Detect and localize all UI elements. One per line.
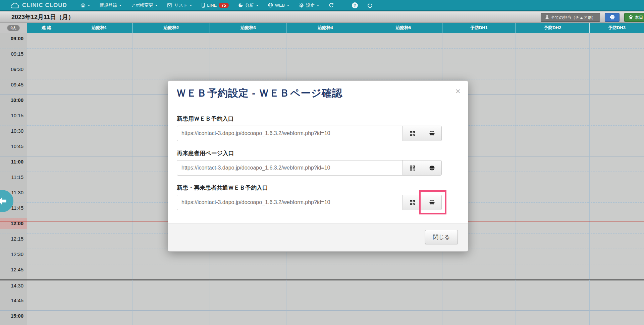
- schedule-slot[interactable]: [364, 64, 442, 79]
- open-web-page-button[interactable]: [422, 195, 442, 210]
- url-input[interactable]: [177, 195, 403, 210]
- schedule-slot[interactable]: [442, 64, 516, 79]
- schedule-slot[interactable]: [442, 279, 516, 295]
- nav-web[interactable]: WEB: [263, 0, 294, 11]
- schedule-slot[interactable]: [66, 295, 132, 310]
- schedule-slot[interactable]: [286, 279, 364, 295]
- schedule-slot[interactable]: [589, 279, 644, 295]
- nav-home[interactable]: [76, 0, 95, 11]
- schedule-slot[interactable]: [286, 295, 364, 310]
- schedule-slot[interactable]: [589, 48, 644, 64]
- schedule-slot[interactable]: [516, 187, 589, 202]
- schedule-slot[interactable]: [66, 218, 132, 233]
- schedule-slot[interactable]: [132, 295, 210, 310]
- schedule-slot[interactable]: [132, 48, 210, 64]
- schedule-slot[interactable]: [27, 94, 66, 110]
- schedule-slot[interactable]: [364, 310, 442, 325]
- schedule-slot[interactable]: [66, 202, 132, 218]
- schedule-slot[interactable]: [66, 172, 132, 187]
- schedule-slot[interactable]: [516, 33, 589, 48]
- url-input[interactable]: [177, 126, 403, 141]
- schedule-slot[interactable]: [589, 156, 644, 172]
- schedule-slot[interactable]: [442, 264, 516, 279]
- schedule-slot[interactable]: [589, 249, 644, 264]
- schedule-slot[interactable]: [589, 264, 644, 279]
- qr-code-button[interactable]: [402, 160, 422, 176]
- qr-code-button[interactable]: [402, 195, 422, 210]
- column-header[interactable]: 治療枠5: [364, 23, 442, 33]
- schedule-slot[interactable]: [132, 33, 210, 48]
- column-header[interactable]: 治療枠2: [132, 23, 210, 33]
- schedule-slot[interactable]: [589, 310, 644, 325]
- column-header[interactable]: 治療枠1: [66, 23, 132, 33]
- schedule-slot[interactable]: [589, 233, 644, 249]
- schedule-slot[interactable]: [27, 279, 66, 295]
- schedule-slot[interactable]: [516, 141, 589, 156]
- schedule-slot[interactable]: [589, 33, 644, 48]
- schedule-slot[interactable]: [442, 33, 516, 48]
- schedule-slot[interactable]: [364, 279, 442, 295]
- schedule-slot[interactable]: [364, 295, 442, 310]
- column-header[interactable]: 予防DH1: [442, 23, 516, 33]
- column-header[interactable]: 予防DH3: [589, 23, 644, 33]
- schedule-slot[interactable]: [442, 310, 516, 325]
- schedule-slot[interactable]: [516, 310, 589, 325]
- schedule-slot[interactable]: [66, 141, 132, 156]
- schedule-slot[interactable]: [286, 48, 364, 64]
- schedule-slot[interactable]: [66, 279, 132, 295]
- refresh-button[interactable]: [324, 0, 339, 11]
- schedule-slot[interactable]: [210, 33, 286, 48]
- schedule-slot[interactable]: [589, 202, 644, 218]
- schedule-slot[interactable]: [27, 218, 66, 233]
- schedule-slot[interactable]: [364, 48, 442, 64]
- schedule-slot[interactable]: [589, 172, 644, 187]
- schedule-slot[interactable]: [66, 33, 132, 48]
- schedule-slot[interactable]: [27, 33, 66, 48]
- nav-apo-book-change[interactable]: アポ帳変更: [126, 0, 163, 11]
- schedule-slot[interactable]: [27, 110, 66, 125]
- schedule-slot[interactable]: [589, 125, 644, 141]
- schedule-slot[interactable]: [516, 48, 589, 64]
- schedule-slot[interactable]: [66, 79, 132, 94]
- schedule-slot[interactable]: [66, 310, 132, 325]
- qr-code-button[interactable]: [402, 126, 422, 141]
- schedule-slot[interactable]: [210, 264, 286, 279]
- schedule-slot[interactable]: [66, 156, 132, 172]
- schedule-slot[interactable]: [516, 279, 589, 295]
- schedule-slot[interactable]: [516, 79, 589, 94]
- column-header[interactable]: 治療枠4: [286, 23, 364, 33]
- schedule-slot[interactable]: [516, 172, 589, 187]
- open-web-page-button[interactable]: [422, 126, 442, 141]
- schedule-slot[interactable]: [364, 33, 442, 48]
- schedule-slot[interactable]: [27, 125, 66, 141]
- schedule-slot[interactable]: [589, 295, 644, 310]
- close-icon[interactable]: ×: [455, 87, 461, 95]
- column-header[interactable]: 連 絡: [27, 23, 66, 33]
- schedule-slot[interactable]: [210, 295, 286, 310]
- schedule-slot[interactable]: [516, 110, 589, 125]
- schedule-slot[interactable]: [27, 64, 66, 79]
- schedule-slot[interactable]: [27, 295, 66, 310]
- schedule-slot[interactable]: [210, 48, 286, 64]
- schedule-slot[interactable]: [589, 110, 644, 125]
- staff-view-button[interactable]: 全ての担当（チェア別）: [541, 13, 600, 22]
- schedule-slot[interactable]: [66, 249, 132, 264]
- schedule-slot[interactable]: [516, 202, 589, 218]
- schedule-slot[interactable]: [589, 187, 644, 202]
- schedule-slot[interactable]: [27, 48, 66, 64]
- schedule-slot[interactable]: [516, 125, 589, 141]
- schedule-slot[interactable]: [516, 264, 589, 279]
- schedule-slot[interactable]: [589, 141, 644, 156]
- schedule-slot[interactable]: [27, 141, 66, 156]
- schedule-slot[interactable]: [66, 125, 132, 141]
- schedule-slot[interactable]: [516, 94, 589, 110]
- nav-analysis[interactable]: 分析: [233, 0, 263, 11]
- schedule-slot[interactable]: [516, 233, 589, 249]
- schedule-slot[interactable]: [589, 79, 644, 94]
- nav-settings[interactable]: 設定: [294, 0, 324, 11]
- schedule-slot[interactable]: [286, 33, 364, 48]
- app-logo[interactable]: CLINIC CLOUD: [0, 2, 76, 9]
- close-button[interactable]: 閉じる: [425, 230, 458, 244]
- schedule-slot[interactable]: [516, 295, 589, 310]
- schedule-slot[interactable]: [516, 218, 589, 233]
